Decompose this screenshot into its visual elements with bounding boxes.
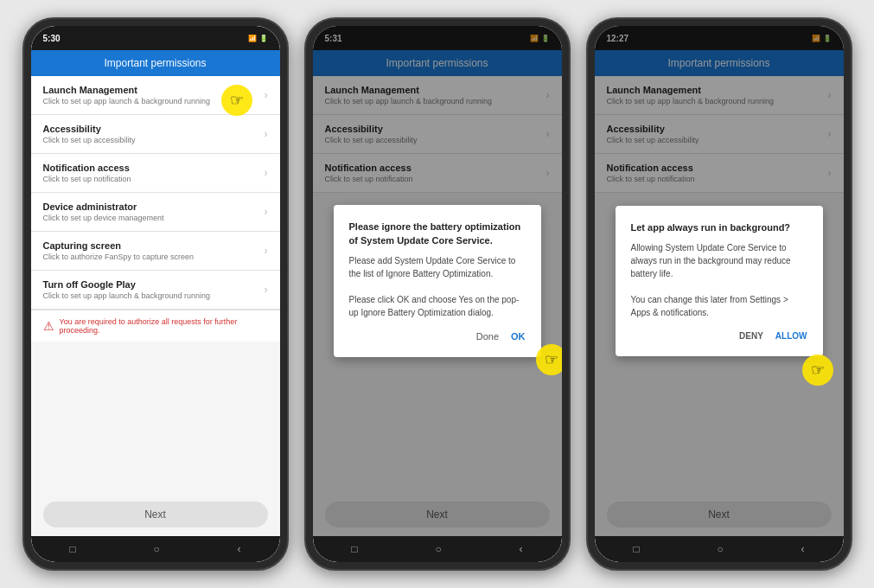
square-nav-3: □	[633, 543, 639, 555]
hand-icon-1: ☞	[230, 91, 244, 110]
back-nav-2: ‹	[520, 543, 523, 555]
perm-title-accessibility-1: Accessibility	[43, 124, 136, 134]
deny-button[interactable]: DENY	[739, 331, 763, 341]
perm-title-googleplay-1: Turn off Google Play	[43, 279, 211, 290]
dialog-title-background: Let app always run in background?	[631, 221, 807, 234]
perm-subtitle-screen-1: Click to authorize FanSpy to capture scr…	[43, 252, 195, 261]
perm-subtitle-device-1: Click to set up device management	[43, 214, 164, 222]
perm-title-device-1: Device administrator	[43, 201, 164, 212]
cursor-3: ☞	[802, 355, 833, 386]
perm-item-device-1[interactable]: Device administrator Click to set up dev…	[31, 193, 280, 232]
bottom-nav-1: □ ○ ‹	[31, 536, 280, 562]
header-title-1: Important permissions	[43, 57, 268, 69]
error-text-1: You are required to authorize all reques…	[60, 317, 268, 335]
perm-subtitle-accessibility-1: Click to set up accessibility	[43, 136, 136, 144]
chevron-icon-2: ›	[265, 128, 268, 140]
bottom-nav-2: □ ○ ‹	[313, 536, 562, 562]
phone-1: 5:30 📶 🔋 Important permissions Launch Ma…	[22, 17, 289, 571]
background-dialog: Let app always run in background? Allowi…	[616, 206, 823, 356]
hand-icon-3: ☞	[811, 361, 825, 380]
next-btn-area-1: Next	[31, 493, 280, 536]
done-button[interactable]: Done	[476, 331, 499, 342]
dialog-title-battery: Please ignore the battery optimization o…	[349, 220, 526, 247]
phone-2: 5:31 📶 🔋 Important permissions Launch Ma…	[304, 17, 571, 571]
allow-button[interactable]: ALLOW	[775, 331, 807, 341]
square-nav-1: □	[69, 543, 75, 555]
circle-nav-2: ○	[435, 543, 441, 555]
error-icon-1: ⚠	[43, 319, 54, 333]
status-icons-1: 📶 🔋	[248, 35, 268, 42]
chevron-icon-3: ›	[265, 167, 268, 179]
dialog-overlay-3: Let app always run in background? Allowi…	[595, 26, 844, 536]
chevron-icon-6: ›	[265, 284, 268, 296]
cursor-1: ☞	[221, 85, 252, 116]
dialog-actions-background: DENY ALLOW	[631, 331, 807, 341]
perm-item-notification-1[interactable]: Notification access Click to set up noti…	[31, 154, 280, 193]
dialog-actions-battery: Done OK	[349, 331, 526, 342]
perm-subtitle-notification-1: Click to set up notification	[43, 175, 131, 183]
circle-nav-1: ○	[153, 543, 159, 555]
battery-dialog: Please ignore the battery optimization o…	[334, 205, 541, 357]
permissions-list-1: Launch Management Click to set up app la…	[31, 76, 280, 493]
bottom-nav-3: □ ○ ‹	[595, 536, 844, 562]
perm-item-screen-1[interactable]: Capturing screen Click to authorize FanS…	[31, 232, 280, 271]
time-1: 5:30	[43, 34, 61, 43]
perm-subtitle-googleplay-1: Click to set up app launch & background …	[43, 291, 211, 300]
perm-title-launch-1: Launch Management	[43, 85, 211, 95]
status-bar-1: 5:30 📶 🔋	[31, 26, 280, 50]
error-banner-1: ⚠ You are required to authorize all requ…	[31, 310, 280, 342]
circle-nav-3: ○	[717, 543, 723, 555]
back-nav-3: ‹	[801, 543, 805, 555]
app-header-1: Important permissions	[31, 50, 280, 76]
chevron-icon-5: ›	[265, 245, 268, 257]
phone-3: 12:27 📶 🔋 Important permissions Launch M…	[586, 17, 852, 571]
dialog-body-battery: Please add System Update Core Service to…	[349, 254, 526, 319]
dialog-overlay-2: Please ignore the battery optimization o…	[313, 26, 562, 536]
chevron-icon-1: ›	[265, 89, 268, 101]
ok-button[interactable]: OK	[511, 331, 526, 342]
square-nav-2: □	[351, 543, 357, 555]
perm-item-googleplay-1[interactable]: Turn off Google Play Click to set up app…	[31, 271, 280, 310]
hand-icon-2: ☞	[545, 350, 558, 369]
chevron-icon-4: ›	[265, 206, 268, 218]
perm-title-notification-1: Notification access	[43, 163, 131, 173]
perm-item-accessibility-1[interactable]: Accessibility Click to set up accessibil…	[31, 115, 280, 154]
back-nav-1: ‹	[238, 543, 241, 555]
dialog-body-background: Allowing System Update Core Service to a…	[631, 241, 807, 319]
perm-title-screen-1: Capturing screen	[43, 240, 195, 251]
next-button-1[interactable]: Next	[43, 502, 268, 527]
perm-subtitle-launch-1: Click to set up app launch & background …	[43, 97, 211, 105]
